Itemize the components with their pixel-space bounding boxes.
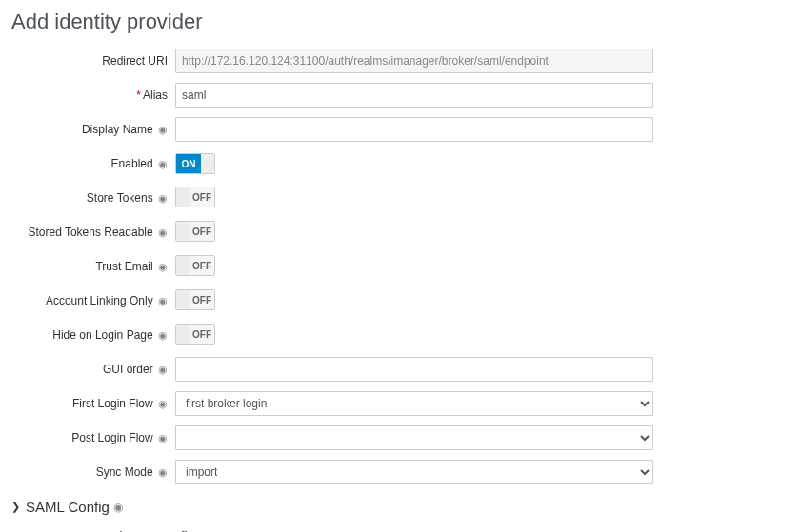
help-icon[interactable]: ◉ xyxy=(158,192,168,204)
help-icon[interactable]: ◉ xyxy=(158,261,168,272)
required-marker: * xyxy=(136,89,141,102)
sync-mode-select[interactable]: import xyxy=(175,460,653,484)
store-tokens-label: Store Tokens xyxy=(87,191,153,205)
enabled-toggle[interactable]: ON xyxy=(175,153,215,174)
help-icon[interactable]: ◉ xyxy=(158,432,168,443)
redirect-uri-input xyxy=(175,49,653,73)
help-icon[interactable]: ◉ xyxy=(158,329,168,341)
import-external-section-header[interactable]: ❯ Import External IDP Config ◉ xyxy=(11,528,789,532)
first-login-flow-select[interactable]: first broker login xyxy=(175,391,653,416)
post-login-flow-label: Post Login Flow xyxy=(71,431,152,444)
help-icon[interactable]: ◉ xyxy=(158,158,168,169)
help-icon[interactable]: ◉ xyxy=(158,364,168,375)
help-icon[interactable]: ◉ xyxy=(158,466,168,478)
display-name-label: Display Name xyxy=(82,123,153,136)
account-linking-only-toggle[interactable]: OFF xyxy=(175,289,215,310)
alias-label: Alias xyxy=(143,89,168,102)
alias-input[interactable] xyxy=(175,83,653,108)
redirect-uri-label: Redirect URI xyxy=(102,54,168,68)
chevron-right-icon: ❯ xyxy=(11,501,20,513)
help-icon[interactable]: ◉ xyxy=(158,124,168,135)
enabled-label: Enabled xyxy=(111,157,153,170)
post-login-flow-select[interactable] xyxy=(175,425,653,450)
page-title: Add identity provider xyxy=(11,10,789,34)
gui-order-input[interactable] xyxy=(175,357,653,382)
help-icon[interactable]: ◉ xyxy=(158,398,168,409)
sync-mode-label: Sync Mode xyxy=(96,465,153,479)
display-name-input[interactable] xyxy=(175,117,653,142)
help-icon[interactable]: ◉ xyxy=(158,295,168,306)
store-tokens-toggle[interactable]: OFF xyxy=(175,187,215,207)
trust-email-label: Trust Email xyxy=(95,260,152,273)
first-login-flow-label: First Login Flow xyxy=(72,397,153,410)
stored-tokens-readable-label: Stored Tokens Readable xyxy=(28,226,152,239)
stored-tokens-readable-toggle[interactable]: OFF xyxy=(175,221,215,242)
gui-order-label: GUI order xyxy=(103,363,153,376)
help-icon[interactable]: ◉ xyxy=(158,227,168,238)
hide-on-login-toggle[interactable]: OFF xyxy=(175,324,215,345)
trust-email-toggle[interactable]: OFF xyxy=(175,255,215,276)
saml-config-section-header[interactable]: ❯ SAML Config ◉ xyxy=(11,499,789,515)
help-icon[interactable]: ◉ xyxy=(113,501,123,514)
hide-on-login-label: Hide on Login Page xyxy=(52,328,152,342)
account-linking-only-label: Account Linking Only xyxy=(46,294,153,307)
